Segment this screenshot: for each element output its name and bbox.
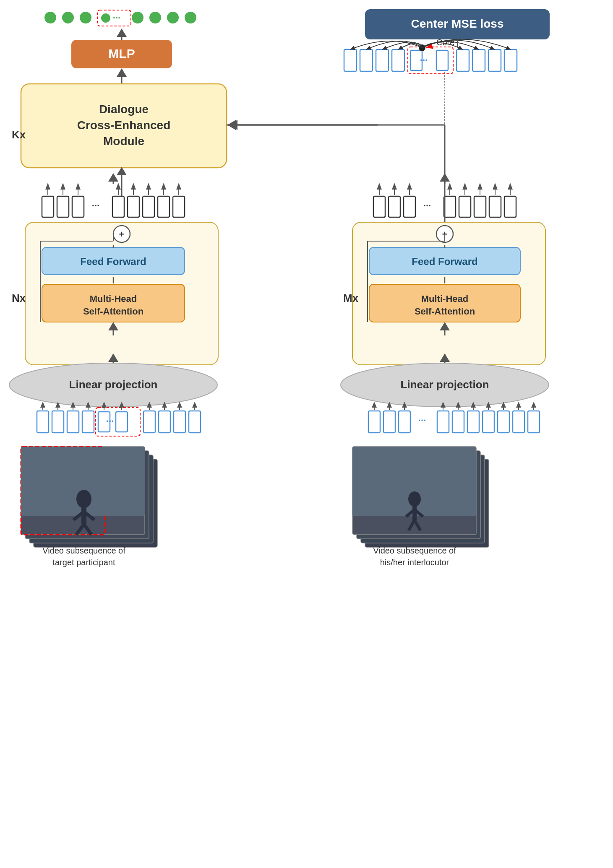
- svg-marker-180: [402, 402, 407, 408]
- svg-rect-122: [373, 196, 385, 217]
- svg-rect-153: [369, 284, 520, 322]
- svg-point-18: [80, 12, 91, 23]
- svg-marker-105: [162, 402, 167, 408]
- svg-rect-87: [159, 411, 170, 433]
- svg-rect-196: [361, 455, 485, 543]
- svg-rect-165: [383, 411, 395, 433]
- svg-marker-136: [407, 183, 412, 190]
- kx-label: Kx: [12, 128, 26, 141]
- svg-marker-76: [108, 353, 118, 362]
- svg-rect-11: [488, 49, 501, 71]
- svg-marker-194: [531, 402, 536, 408]
- svg-rect-127: [459, 196, 471, 217]
- svg-rect-174: [528, 411, 540, 433]
- dcem-label-line3: Module: [103, 135, 144, 148]
- svg-rect-81: [82, 411, 94, 433]
- svg-marker-162: [440, 353, 450, 362]
- svg-rect-1: [344, 49, 357, 71]
- svg-marker-56: [146, 183, 151, 190]
- svg-line-202: [406, 509, 415, 517]
- svg-marker-142: [477, 183, 483, 190]
- svg-marker-54: [131, 183, 136, 190]
- svg-rect-169: [452, 411, 464, 433]
- svg-point-20: [101, 13, 110, 23]
- svg-marker-27: [117, 29, 127, 37]
- svg-marker-95: [70, 402, 76, 408]
- svg-point-22: [132, 12, 143, 23]
- svg-marker-186: [471, 402, 476, 408]
- svg-rect-78: [37, 411, 49, 433]
- svg-text:···: ···: [418, 415, 426, 426]
- svg-line-204: [409, 520, 415, 530]
- svg-rect-126: [444, 196, 456, 217]
- svg-rect-170: [467, 411, 479, 433]
- svg-marker-30: [117, 68, 127, 77]
- svg-marker-140: [462, 183, 467, 190]
- svg-text:···: ···: [92, 200, 99, 211]
- mlp-label: MLP: [108, 47, 135, 60]
- svg-rect-82: [96, 408, 140, 436]
- left-feed-forward-label: Feed Forward: [80, 256, 146, 267]
- svg-point-24: [167, 12, 179, 23]
- svg-marker-60: [176, 183, 181, 190]
- svg-rect-89: [189, 411, 201, 433]
- svg-marker-182: [441, 402, 446, 408]
- svg-marker-176: [372, 402, 377, 408]
- svg-rect-9: [456, 49, 469, 71]
- svg-marker-48: [60, 183, 65, 190]
- svg-marker-192: [516, 402, 521, 408]
- svg-rect-3: [376, 49, 389, 71]
- svg-marker-33: [227, 120, 236, 130]
- svg-point-64: [113, 226, 130, 242]
- svg-rect-38: [72, 196, 84, 217]
- svg-rect-113: [21, 447, 145, 535]
- svg-marker-134: [392, 183, 397, 190]
- svg-text:···: ···: [423, 200, 431, 211]
- svg-point-16: [44, 12, 56, 23]
- center-mse-label: Center MSE loss: [411, 17, 504, 30]
- svg-point-77: [9, 363, 217, 407]
- svg-rect-199: [352, 447, 476, 516]
- svg-rect-28: [71, 40, 172, 68]
- svg-marker-146: [508, 183, 513, 190]
- svg-marker-97: [86, 402, 91, 408]
- diagram-container: Center MSE loss ··· Core: [0, 0, 613, 868]
- svg-line-121: [84, 524, 91, 535]
- svg-rect-197: [357, 451, 480, 539]
- svg-rect-168: [437, 411, 449, 433]
- svg-rect-110: [34, 459, 157, 547]
- svg-rect-67: [42, 284, 185, 322]
- svg-text:+: +: [442, 229, 448, 239]
- left-video-caption-line2: target participant: [53, 558, 115, 567]
- svg-rect-112: [25, 451, 149, 539]
- svg-rect-195: [365, 459, 489, 547]
- svg-rect-41: [128, 196, 139, 217]
- dcem-label-line2: Cross-Enhanced: [77, 119, 171, 132]
- svg-rect-171: [483, 411, 494, 433]
- svg-rect-6: [410, 50, 422, 70]
- left-mhsa-label-line1: Multi-Head: [90, 294, 137, 304]
- svg-rect-79: [52, 411, 64, 433]
- svg-point-17: [62, 12, 74, 23]
- svg-marker-109: [192, 402, 197, 408]
- svg-marker-103: [147, 402, 152, 408]
- svg-rect-130: [504, 196, 516, 217]
- svg-rect-86: [143, 411, 155, 433]
- left-linear-proj-label: Linear projection: [69, 378, 158, 391]
- svg-rect-42: [143, 196, 154, 217]
- dcem-label-line1: Dialogue: [99, 103, 149, 116]
- left-mhsa-label-line2: Self-Attention: [83, 306, 143, 317]
- svg-line-205: [415, 520, 420, 530]
- svg-rect-124: [404, 196, 415, 217]
- svg-marker-208: [229, 120, 237, 130]
- svg-rect-2: [360, 49, 373, 71]
- svg-rect-36: [42, 196, 54, 217]
- svg-marker-99: [102, 402, 107, 408]
- svg-rect-149: [352, 222, 545, 365]
- right-video-caption-line1: Video subsequence of: [373, 546, 456, 555]
- svg-point-13: [419, 44, 425, 51]
- svg-marker-93: [55, 402, 60, 408]
- right-mhsa-label-line2: Self-Attention: [415, 306, 475, 317]
- svg-rect-0: [365, 9, 550, 39]
- svg-rect-115: [21, 447, 145, 516]
